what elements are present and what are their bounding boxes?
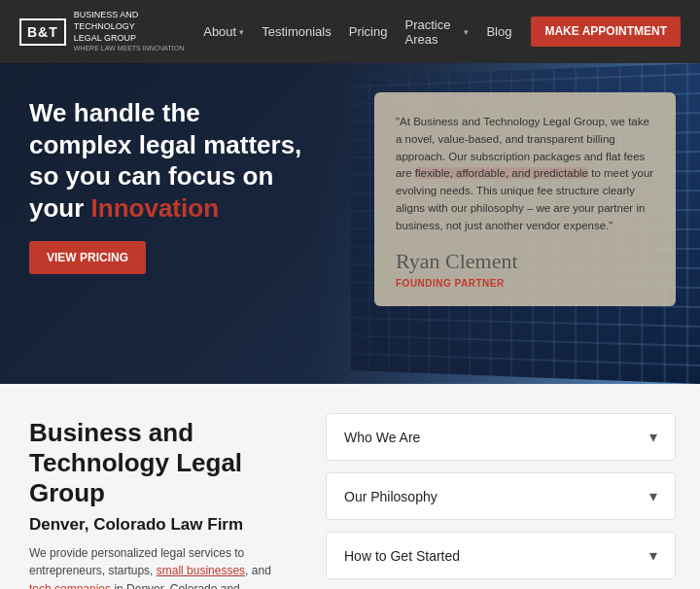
practice-chevron-icon: ▾: [464, 27, 469, 37]
header: B&T Business and Technology Legal Group …: [0, 0, 700, 63]
accordion-chevron-icon-2: ▾: [649, 546, 657, 565]
main-nav: About ▾ Testimonials Pricing Practice Ar…: [203, 17, 511, 47]
nav-about[interactable]: About ▾: [203, 24, 244, 39]
logo[interactable]: B&T Business and Technology Legal Group …: [19, 10, 184, 52]
innovation-text: Innovation: [91, 193, 219, 223]
quote-text: "At Business and Technology Legal Group,…: [396, 114, 654, 235]
accordion-how-to-get-started[interactable]: How to Get Started ▾: [326, 532, 676, 579]
logo-box: B&T: [19, 18, 66, 46]
about-chevron-icon: ▾: [239, 27, 244, 37]
hero-section: We handle the complex legal matters, so …: [0, 63, 700, 384]
signature: Ryan Clement: [396, 249, 654, 274]
small-businesses-link[interactable]: small businesses: [157, 564, 245, 577]
quote-card: "At Business and Technology Legal Group,…: [374, 92, 676, 306]
accordion-chevron-icon-1: ▾: [649, 487, 657, 505]
nav-testimonials[interactable]: Testimonials: [262, 24, 332, 39]
nav-pricing[interactable]: Pricing: [349, 24, 388, 39]
founder-title: Founding Partner: [396, 278, 654, 289]
logo-bt-text: B&T: [27, 24, 58, 40]
company-name: Business and Technology Legal Group: [29, 418, 272, 509]
tech-companies-link[interactable]: tech companies: [29, 582, 111, 589]
nav-practice-areas[interactable]: Practice Areas ▾: [404, 17, 469, 47]
accordion-chevron-icon-0: ▾: [649, 428, 657, 446]
city-name: Denver, Colorado Law Firm: [29, 515, 272, 535]
right-column: Who We Are ▾ Our Philosophy ▾ How to Get…: [301, 384, 700, 589]
bottom-section: Business and Technology Legal Group Denv…: [0, 384, 700, 589]
accordion-who-we-are[interactable]: Who We Are ▾: [326, 413, 676, 461]
left-column: Business and Technology Legal Group Denv…: [0, 384, 301, 589]
accordion-our-philosophy[interactable]: Our Philosophy ▾: [326, 472, 676, 520]
view-pricing-button[interactable]: View Pricing: [29, 241, 146, 274]
hero-headline: We handle the complex legal matters, so …: [29, 97, 321, 224]
description: We provide personalized legal services t…: [29, 544, 272, 589]
logo-full-text: Business and Technology Legal Group Wher…: [74, 10, 184, 52]
nav-blog[interactable]: Blog: [486, 24, 511, 39]
make-appointment-button[interactable]: Make Appointment: [531, 17, 681, 48]
